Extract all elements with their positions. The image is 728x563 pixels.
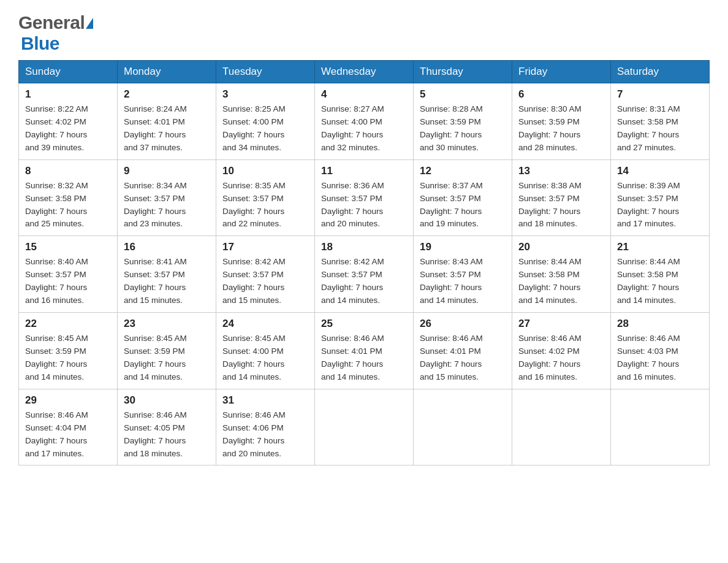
- day-info: Sunrise: 8:46 AMSunset: 4:01 PMDaylight:…: [321, 334, 384, 381]
- calendar-cell: 24 Sunrise: 8:45 AMSunset: 4:00 PMDaylig…: [216, 313, 315, 389]
- calendar-cell: 1 Sunrise: 8:22 AMSunset: 4:02 PMDayligh…: [19, 83, 118, 160]
- calendar-cell: 28 Sunrise: 8:46 AMSunset: 4:03 PMDaylig…: [611, 313, 710, 389]
- day-info: Sunrise: 8:36 AMSunset: 3:57 PMDaylight:…: [321, 181, 384, 229]
- calendar-cell: 9 Sunrise: 8:34 AMSunset: 3:57 PMDayligh…: [118, 159, 216, 236]
- day-info: Sunrise: 8:42 AMSunset: 3:57 PMDaylight:…: [321, 257, 384, 305]
- calendar-cell: [315, 389, 414, 465]
- calendar-cell: 23 Sunrise: 8:45 AMSunset: 3:59 PMDaylig…: [118, 313, 216, 389]
- calendar-cell: 14 Sunrise: 8:39 AMSunset: 3:57 PMDaylig…: [611, 159, 710, 236]
- calendar-cell: 20 Sunrise: 8:44 AMSunset: 3:58 PMDaylig…: [512, 236, 611, 313]
- calendar-cell: 12 Sunrise: 8:37 AMSunset: 3:57 PMDaylig…: [414, 159, 512, 236]
- day-info: Sunrise: 8:41 AMSunset: 3:57 PMDaylight:…: [124, 257, 187, 305]
- calendar-cell: 2 Sunrise: 8:24 AMSunset: 4:01 PMDayligh…: [118, 83, 216, 160]
- logo-general-text: General: [18, 12, 85, 33]
- day-number: 21: [617, 241, 703, 253]
- calendar-table: SundayMondayTuesdayWednesdayThursdayFrid…: [18, 60, 710, 465]
- day-info: Sunrise: 8:45 AMSunset: 3:59 PMDaylight:…: [124, 334, 187, 381]
- calendar-cell: 15 Sunrise: 8:40 AMSunset: 3:57 PMDaylig…: [19, 236, 118, 313]
- day-info: Sunrise: 8:44 AMSunset: 3:58 PMDaylight:…: [518, 257, 582, 305]
- calendar-cell: 11 Sunrise: 8:36 AMSunset: 3:57 PMDaylig…: [315, 159, 414, 236]
- calendar-cell: 26 Sunrise: 8:46 AMSunset: 4:01 PMDaylig…: [414, 313, 512, 389]
- day-info: Sunrise: 8:46 AMSunset: 4:02 PMDaylight:…: [518, 334, 582, 381]
- day-info: Sunrise: 8:32 AMSunset: 3:58 PMDaylight:…: [25, 181, 88, 229]
- day-info: Sunrise: 8:37 AMSunset: 3:57 PMDaylight:…: [420, 181, 483, 229]
- day-number: 22: [25, 318, 111, 330]
- day-number: 16: [124, 241, 210, 253]
- day-info: Sunrise: 8:46 AMSunset: 4:03 PMDaylight:…: [617, 334, 680, 381]
- day-number: 11: [321, 165, 407, 177]
- day-number: 7: [617, 88, 703, 101]
- day-number: 20: [518, 241, 604, 253]
- day-number: 5: [420, 88, 506, 101]
- day-info: Sunrise: 8:22 AMSunset: 4:02 PMDaylight:…: [25, 104, 88, 152]
- calendar-week-row: 1 Sunrise: 8:22 AMSunset: 4:02 PMDayligh…: [19, 83, 710, 160]
- day-info: Sunrise: 8:34 AMSunset: 3:57 PMDaylight:…: [124, 181, 187, 229]
- day-info: Sunrise: 8:35 AMSunset: 3:57 PMDaylight:…: [222, 181, 286, 229]
- day-info: Sunrise: 8:43 AMSunset: 3:57 PMDaylight:…: [420, 257, 483, 305]
- day-number: 30: [124, 394, 210, 407]
- day-info: Sunrise: 8:45 AMSunset: 3:59 PMDaylight:…: [25, 334, 88, 381]
- day-info: Sunrise: 8:25 AMSunset: 4:00 PMDaylight:…: [222, 104, 286, 152]
- calendar-cell: 10 Sunrise: 8:35 AMSunset: 3:57 PMDaylig…: [216, 159, 315, 236]
- day-number: 19: [420, 241, 506, 253]
- day-info: Sunrise: 8:46 AMSunset: 4:01 PMDaylight:…: [420, 334, 483, 381]
- calendar-cell: 13 Sunrise: 8:38 AMSunset: 3:57 PMDaylig…: [512, 159, 611, 236]
- day-number: 2: [124, 88, 210, 101]
- calendar-cell: [611, 389, 710, 465]
- calendar-cell: 21 Sunrise: 8:44 AMSunset: 3:58 PMDaylig…: [611, 236, 710, 313]
- calendar-week-row: 22 Sunrise: 8:45 AMSunset: 3:59 PMDaylig…: [19, 313, 710, 389]
- calendar-cell: 7 Sunrise: 8:31 AMSunset: 3:58 PMDayligh…: [611, 83, 710, 160]
- calendar-cell: 6 Sunrise: 8:30 AMSunset: 3:59 PMDayligh…: [512, 83, 611, 160]
- day-info: Sunrise: 8:46 AMSunset: 4:04 PMDaylight:…: [25, 410, 88, 458]
- calendar-week-row: 29 Sunrise: 8:46 AMSunset: 4:04 PMDaylig…: [19, 389, 710, 465]
- calendar-cell: 31 Sunrise: 8:46 AMSunset: 4:06 PMDaylig…: [216, 389, 315, 465]
- day-number: 27: [518, 318, 604, 330]
- day-info: Sunrise: 8:30 AMSunset: 3:59 PMDaylight:…: [518, 104, 582, 152]
- weekday-header-tuesday: Tuesday: [216, 61, 315, 83]
- calendar-cell: 16 Sunrise: 8:41 AMSunset: 3:57 PMDaylig…: [118, 236, 216, 313]
- day-number: 29: [25, 394, 111, 407]
- weekday-header-row: SundayMondayTuesdayWednesdayThursdayFrid…: [19, 61, 710, 83]
- day-info: Sunrise: 8:28 AMSunset: 3:59 PMDaylight:…: [420, 104, 483, 152]
- calendar-cell: 3 Sunrise: 8:25 AMSunset: 4:00 PMDayligh…: [216, 83, 315, 160]
- day-number: 25: [321, 318, 407, 330]
- calendar-cell: 30 Sunrise: 8:46 AMSunset: 4:05 PMDaylig…: [118, 389, 216, 465]
- weekday-header-monday: Monday: [118, 61, 216, 83]
- weekday-header-saturday: Saturday: [611, 61, 710, 83]
- day-number: 12: [420, 165, 506, 177]
- day-number: 24: [222, 318, 308, 330]
- weekday-header-friday: Friday: [512, 61, 611, 83]
- calendar-cell: 22 Sunrise: 8:45 AMSunset: 3:59 PMDaylig…: [19, 313, 118, 389]
- day-number: 3: [222, 88, 308, 101]
- day-info: Sunrise: 8:31 AMSunset: 3:58 PMDaylight:…: [617, 104, 680, 152]
- day-info: Sunrise: 8:42 AMSunset: 3:57 PMDaylight:…: [222, 257, 286, 305]
- calendar-cell: 18 Sunrise: 8:42 AMSunset: 3:57 PMDaylig…: [315, 236, 414, 313]
- calendar-cell: 29 Sunrise: 8:46 AMSunset: 4:04 PMDaylig…: [19, 389, 118, 465]
- day-info: Sunrise: 8:39 AMSunset: 3:57 PMDaylight:…: [617, 181, 680, 229]
- day-number: 13: [518, 165, 604, 177]
- calendar-cell: 4 Sunrise: 8:27 AMSunset: 4:00 PMDayligh…: [315, 83, 414, 160]
- day-number: 28: [617, 318, 703, 330]
- day-number: 6: [518, 88, 604, 101]
- calendar-cell: 27 Sunrise: 8:46 AMSunset: 4:02 PMDaylig…: [512, 313, 611, 389]
- calendar-cell: 17 Sunrise: 8:42 AMSunset: 3:57 PMDaylig…: [216, 236, 315, 313]
- day-number: 23: [124, 318, 210, 330]
- day-number: 1: [25, 88, 111, 101]
- calendar-week-row: 8 Sunrise: 8:32 AMSunset: 3:58 PMDayligh…: [19, 159, 710, 236]
- day-info: Sunrise: 8:46 AMSunset: 4:05 PMDaylight:…: [124, 410, 187, 458]
- logo: General Blue: [18, 12, 93, 54]
- logo-blue-text: Blue: [21, 33, 59, 53]
- day-number: 18: [321, 241, 407, 253]
- calendar-cell: [512, 389, 611, 465]
- weekday-header-thursday: Thursday: [414, 61, 512, 83]
- day-info: Sunrise: 8:27 AMSunset: 4:00 PMDaylight:…: [321, 104, 384, 152]
- day-number: 4: [321, 88, 407, 101]
- calendar-week-row: 15 Sunrise: 8:40 AMSunset: 3:57 PMDaylig…: [19, 236, 710, 313]
- calendar-cell: [414, 389, 512, 465]
- weekday-header-wednesday: Wednesday: [315, 61, 414, 83]
- day-number: 9: [124, 165, 210, 177]
- day-number: 8: [25, 165, 111, 177]
- day-info: Sunrise: 8:45 AMSunset: 4:00 PMDaylight:…: [222, 334, 286, 381]
- day-info: Sunrise: 8:44 AMSunset: 3:58 PMDaylight:…: [617, 257, 680, 305]
- day-number: 26: [420, 318, 506, 330]
